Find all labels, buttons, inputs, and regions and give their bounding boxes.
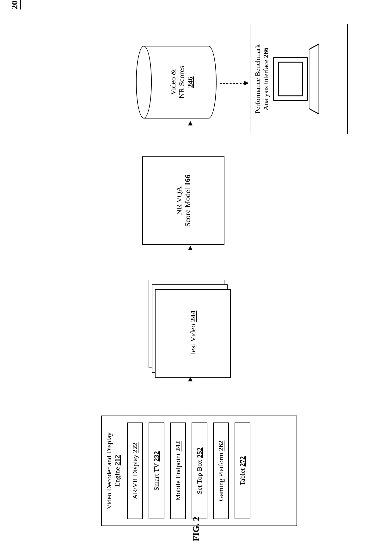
laptop-icon <box>273 47 330 111</box>
performance-benchmark-box: Performance Benchmark Analysis Interface… <box>250 24 348 134</box>
device-mobile: Mobile Endpoint 242 <box>170 422 186 519</box>
perf-title: Performance Benchmark Analysis Interface… <box>254 44 270 113</box>
database-top <box>136 46 152 118</box>
test-video-stack: Test Video 244 <box>149 283 231 378</box>
device-smart-tv: Smart TV 232 <box>149 422 164 519</box>
nr-vqa-model-box: NR VQA Score Model 166 <box>142 156 224 245</box>
arrow-db-to-perf <box>220 83 248 84</box>
device-gaming: Gaming Platform 262 <box>213 422 229 519</box>
laptop-keyboard <box>309 43 319 115</box>
device-ar-vr: AR/VR Display 222 <box>127 422 143 519</box>
test-video-box: Test Video 244 <box>155 289 231 378</box>
laptop-screen <box>273 57 308 101</box>
arrow-vqa-to-db <box>190 122 190 156</box>
arrow-decoder-to-video <box>190 378 190 416</box>
device-set-top-box: Set Top Box 252 <box>192 422 207 519</box>
diagram-container: Video Decoder and Display Engine 212 AR/… <box>22 17 370 536</box>
device-tablet: Tablet 272 <box>235 422 250 519</box>
video-decoder-engine-box: Video Decoder and Display Engine 212 AR/… <box>101 416 297 526</box>
database-body: Video & NR Scores 246 <box>144 46 217 118</box>
decoder-title: Video Decoder and Display Engine 212 <box>105 422 121 519</box>
scores-database: Video & NR Scores 246 <box>136 46 218 118</box>
page-number: 200 <box>9 0 21 9</box>
arrow-video-to-vqa <box>190 246 190 278</box>
